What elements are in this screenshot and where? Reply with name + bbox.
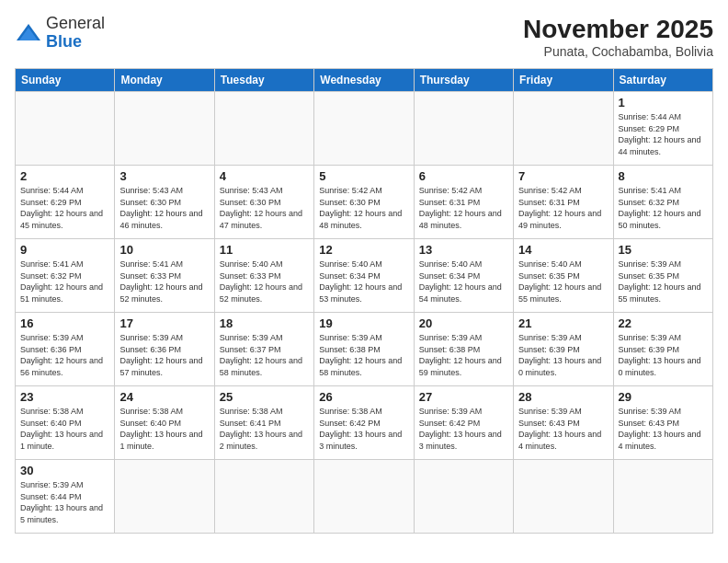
day-number: 6 [419,169,508,183]
calendar-cell [414,460,513,534]
day-info: Sunrise: 5:38 AM Sunset: 6:40 PM Dayligh… [119,406,209,452]
calendar-cell [414,92,513,166]
day-info: Sunrise: 5:39 AM Sunset: 6:43 PM Dayligh… [619,406,708,452]
day-info: Sunrise: 5:41 AM Sunset: 6:32 PM Dayligh… [20,259,109,304]
day-info: Sunrise: 5:39 AM Sunset: 6:36 PM Dayligh… [119,332,209,378]
day-number: 24 [119,390,209,404]
day-info: Sunrise: 5:40 AM Sunset: 6:33 PM Dayligh… [220,259,309,304]
logo: General Blue [15,15,105,52]
calendar-header-row: SundayMondayTuesdayWednesdayThursdayFrid… [16,69,713,92]
day-number: 16 [20,316,109,330]
calendar-cell: 9Sunrise: 5:41 AM Sunset: 6:32 PM Daylig… [16,239,115,313]
calendar-cell: 6Sunrise: 5:42 AM Sunset: 6:31 PM Daylig… [414,166,513,239]
day-header-sunday: Sunday [16,69,115,92]
logo-text: General Blue [46,15,105,52]
day-number: 2 [20,169,109,183]
day-header-tuesday: Tuesday [214,69,313,92]
day-header-saturday: Saturday [613,69,712,92]
calendar-cell: 18Sunrise: 5:39 AM Sunset: 6:37 PM Dayli… [214,313,313,386]
day-number: 4 [220,169,309,183]
day-number: 3 [119,169,209,183]
day-number: 13 [419,243,508,257]
day-number: 12 [319,243,408,257]
day-info: Sunrise: 5:38 AM Sunset: 6:40 PM Dayligh… [20,406,109,452]
day-number: 26 [319,390,408,404]
calendar-cell [214,460,313,534]
calendar-cell [314,460,414,534]
day-info: Sunrise: 5:39 AM Sunset: 6:36 PM Dayligh… [20,332,109,378]
calendar-cell: 22Sunrise: 5:39 AM Sunset: 6:39 PM Dayli… [613,313,712,386]
day-info: Sunrise: 5:42 AM Sunset: 6:30 PM Dayligh… [319,185,408,231]
calendar-cell: 2Sunrise: 5:44 AM Sunset: 6:29 PM Daylig… [16,166,115,239]
day-header-wednesday: Wednesday [314,69,414,92]
day-number: 14 [518,243,608,257]
calendar-cell: 11Sunrise: 5:40 AM Sunset: 6:33 PM Dayli… [214,239,313,313]
month-title: November 2025 [523,15,713,44]
day-number: 28 [518,390,608,404]
day-info: Sunrise: 5:39 AM Sunset: 6:38 PM Dayligh… [419,332,508,378]
day-number: 30 [20,464,109,477]
day-info: Sunrise: 5:38 AM Sunset: 6:42 PM Dayligh… [319,406,408,452]
day-info: Sunrise: 5:39 AM Sunset: 6:38 PM Dayligh… [319,332,408,378]
calendar-week-1: 1Sunrise: 5:44 AM Sunset: 6:29 PM Daylig… [16,92,713,166]
calendar-cell: 1Sunrise: 5:44 AM Sunset: 6:29 PM Daylig… [613,92,712,166]
day-info: Sunrise: 5:39 AM Sunset: 6:42 PM Dayligh… [419,406,508,452]
calendar-cell: 29Sunrise: 5:39 AM Sunset: 6:43 PM Dayli… [613,386,712,460]
calendar-cell: 8Sunrise: 5:41 AM Sunset: 6:32 PM Daylig… [613,166,712,239]
calendar-cell: 26Sunrise: 5:38 AM Sunset: 6:42 PM Dayli… [314,386,414,460]
calendar-cell: 13Sunrise: 5:40 AM Sunset: 6:34 PM Dayli… [414,239,513,313]
page: General Blue November 2025 Punata, Cocha… [0,0,728,563]
calendar-cell [613,460,712,534]
calendar-cell [514,460,613,534]
calendar-cell: 14Sunrise: 5:40 AM Sunset: 6:35 PM Dayli… [514,239,613,313]
day-info: Sunrise: 5:39 AM Sunset: 6:37 PM Dayligh… [220,332,309,378]
day-info: Sunrise: 5:44 AM Sunset: 6:29 PM Dayligh… [619,111,708,157]
day-number: 17 [119,316,209,330]
calendar-cell: 4Sunrise: 5:43 AM Sunset: 6:30 PM Daylig… [214,166,313,239]
day-number: 27 [419,390,508,404]
calendar-week-4: 16Sunrise: 5:39 AM Sunset: 6:36 PM Dayli… [16,313,713,386]
calendar-cell: 5Sunrise: 5:42 AM Sunset: 6:30 PM Daylig… [314,166,414,239]
day-info: Sunrise: 5:39 AM Sunset: 6:39 PM Dayligh… [619,332,708,378]
calendar-cell: 30Sunrise: 5:39 AM Sunset: 6:44 PM Dayli… [16,460,115,534]
day-number: 5 [319,169,408,183]
day-info: Sunrise: 5:41 AM Sunset: 6:32 PM Dayligh… [619,185,708,231]
day-info: Sunrise: 5:43 AM Sunset: 6:30 PM Dayligh… [220,185,309,231]
day-header-friday: Friday [514,69,613,92]
day-header-monday: Monday [115,69,214,92]
calendar: SundayMondayTuesdayWednesdayThursdayFrid… [15,68,713,534]
calendar-cell [115,460,214,534]
day-info: Sunrise: 5:39 AM Sunset: 6:43 PM Dayligh… [518,406,608,452]
calendar-week-5: 23Sunrise: 5:38 AM Sunset: 6:40 PM Dayli… [16,386,713,460]
day-number: 15 [619,243,708,257]
day-info: Sunrise: 5:42 AM Sunset: 6:31 PM Dayligh… [518,185,608,231]
day-info: Sunrise: 5:39 AM Sunset: 6:35 PM Dayligh… [619,259,708,304]
day-info: Sunrise: 5:40 AM Sunset: 6:34 PM Dayligh… [319,259,408,304]
day-number: 20 [419,316,508,330]
calendar-cell: 15Sunrise: 5:39 AM Sunset: 6:35 PM Dayli… [613,239,712,313]
calendar-cell: 21Sunrise: 5:39 AM Sunset: 6:39 PM Dayli… [514,313,613,386]
day-info: Sunrise: 5:44 AM Sunset: 6:29 PM Dayligh… [20,185,109,231]
day-info: Sunrise: 5:38 AM Sunset: 6:41 PM Dayligh… [220,406,309,452]
calendar-cell [214,92,313,166]
logo-general: General [46,15,105,33]
calendar-cell: 7Sunrise: 5:42 AM Sunset: 6:31 PM Daylig… [514,166,613,239]
calendar-week-6: 30Sunrise: 5:39 AM Sunset: 6:44 PM Dayli… [16,460,713,534]
calendar-cell: 25Sunrise: 5:38 AM Sunset: 6:41 PM Dayli… [214,386,313,460]
logo-blue: Blue [46,33,105,52]
day-number: 23 [20,390,109,404]
day-info: Sunrise: 5:40 AM Sunset: 6:35 PM Dayligh… [518,259,608,304]
calendar-cell: 28Sunrise: 5:39 AM Sunset: 6:43 PM Dayli… [514,386,613,460]
calendar-week-3: 9Sunrise: 5:41 AM Sunset: 6:32 PM Daylig… [16,239,713,313]
day-number: 10 [119,243,209,257]
calendar-cell: 19Sunrise: 5:39 AM Sunset: 6:38 PM Dayli… [314,313,414,386]
title-block: November 2025 Punata, Cochabamba, Bolivi… [523,15,713,59]
logo-icon [15,22,42,44]
day-number: 1 [619,96,708,109]
day-number: 9 [20,243,109,257]
day-number: 25 [220,390,309,404]
location: Punata, Cochabamba, Bolivia [523,44,713,59]
day-number: 8 [619,169,708,183]
calendar-week-2: 2Sunrise: 5:44 AM Sunset: 6:29 PM Daylig… [16,166,713,239]
day-number: 7 [518,169,608,183]
